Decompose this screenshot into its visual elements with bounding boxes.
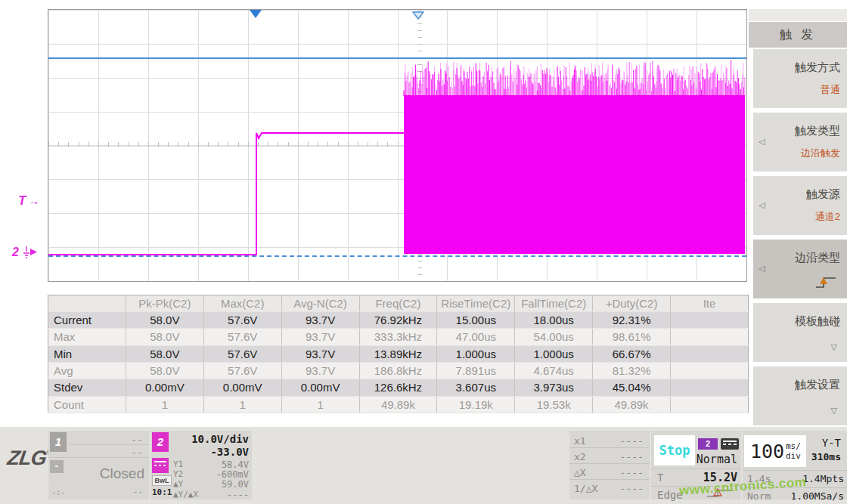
measurement-panel: Pk-Pk(C2)Max(C2)Avg-N(C2)Freq(C2)RiseTim…: [48, 295, 749, 413]
row-label: Count: [48, 396, 126, 413]
channel2-block[interactable]: 2 10.0V/div -33.0V Y158.4VY2-600mV▲Y59.0…: [150, 431, 252, 499]
trigger-level-marker[interactable]: T→: [18, 193, 39, 209]
cell: 49.89k: [359, 396, 437, 413]
cell: 57.6V: [203, 345, 281, 362]
menu-item-1[interactable]: 触发方式普通: [753, 49, 847, 108]
cell: 92.31%: [593, 312, 671, 329]
cursor-value: ----: [620, 435, 644, 447]
cell: [671, 396, 749, 413]
channel1-state: Closed: [100, 465, 144, 482]
channel2-badge: 2: [152, 432, 169, 452]
cell: 57.6V: [203, 312, 281, 329]
table-row: Stdev0.00mV0.00mV0.00mV126.6kHz3.607us3.…: [48, 379, 749, 396]
menu-item-label: 触发类型: [795, 124, 840, 138]
menu-item-2[interactable]: ◁触发类型边沿触发: [753, 113, 847, 172]
trigger-level-label: T: [18, 193, 26, 208]
cell: [671, 345, 749, 362]
readout-label: ▲Y/▲X: [173, 490, 198, 499]
cell: 186.8kHz: [359, 362, 437, 379]
channel1-badge: 1: [50, 432, 67, 452]
cursor-y2-line[interactable]: [48, 255, 746, 257]
menu-item-3[interactable]: ◁触发源通道2: [753, 176, 847, 235]
readout-value: -600mV: [216, 469, 249, 480]
cell: 81.32%: [593, 362, 671, 379]
cell: 58.0V: [126, 345, 203, 362]
cell: 19.53k: [515, 396, 593, 413]
cell: 1: [126, 396, 203, 413]
cell: 0.00mV: [281, 379, 359, 396]
cell: 333.3kHz: [359, 329, 437, 345]
cell: 3.973us: [515, 379, 593, 396]
oscilloscope-screen: T→ 2 Pk-Pk(C2)Max(C2)Avg-N(C2)Freq(C2)Ri…: [0, 0, 847, 504]
menu-item-label: 触发源: [806, 187, 840, 202]
channel1-block[interactable]: 1 -- -- - Closed -:- --: [48, 431, 149, 499]
trigger-menu-items: 触发方式普通◁触发类型边沿触发◁触发源通道2◁边沿类型模板触碰▽触发设置▽: [753, 49, 847, 430]
menu-item-label: 边沿类型: [795, 251, 840, 265]
cursor-value: ----: [620, 467, 644, 478]
timebase-scale-box[interactable]: 100 ms/ div: [744, 435, 806, 467]
cell: 93.7V: [281, 362, 359, 379]
delay-reference-marker-icon[interactable]: [412, 10, 424, 23]
cursor-label: x1: [574, 435, 586, 447]
readout-label: ▲Y: [173, 479, 183, 489]
cell: 19.19k: [437, 396, 515, 413]
channel2-offset: -33.0V: [210, 446, 249, 458]
timebase-unit-top: ms/: [786, 441, 801, 451]
trigger-position-marker-icon[interactable]: [250, 10, 262, 18]
readout-value: ----: [227, 490, 249, 500]
zlg-logo: ZLG®: [6, 447, 53, 470]
cell: [671, 312, 749, 329]
channel1-value-bottom: --: [133, 487, 143, 496]
table-row: Count11149.89k19.19k19.53k49.89k: [48, 396, 749, 413]
cell: 58.0V: [126, 329, 203, 345]
cell: [671, 379, 749, 396]
cell: 18.00us: [515, 312, 593, 329]
cell: 58.0V: [126, 362, 203, 379]
cursor-block[interactable]: x1----x2----△X----1/△X----: [569, 431, 650, 499]
cursor-y1-line[interactable]: [48, 57, 746, 59]
cell: 49.89k: [593, 396, 671, 413]
chevron-down-icon: ▽: [831, 342, 837, 352]
col-header-6: FallTime(C2): [515, 295, 593, 312]
cell: 93.7V: [281, 312, 359, 329]
table-row: Avg58.0V57.6V93.7V186.8kHz7.891us4.674us…: [48, 362, 749, 379]
cell: 13.89kHz: [359, 345, 437, 362]
readout-label: Y1: [173, 459, 183, 469]
col-header-8: Ite: [671, 295, 749, 312]
trigger-level-row-label: T: [657, 472, 663, 484]
cell: [671, 329, 749, 345]
menu-item-5[interactable]: 模板触碰▽: [753, 303, 847, 362]
menu-item-value: 通道2: [815, 210, 840, 224]
cell: 57.6V: [203, 329, 281, 345]
table-row: Current58.0V57.6V93.7V76.92kHz15.00us18.…: [48, 312, 749, 329]
row-label: Avg: [48, 362, 126, 379]
cell: [671, 362, 749, 379]
channel2-position-marker[interactable]: 2: [12, 246, 39, 259]
menu-item-6[interactable]: 触发设置▽: [753, 366, 847, 425]
cell: 58.0V: [126, 312, 203, 329]
channel1-value-top: --: [131, 434, 143, 445]
col-header-5: RiseTime(C2): [437, 295, 515, 312]
horizontal-axis-ticks: [48, 142, 746, 147]
menu-item-4[interactable]: ◁边沿类型: [753, 240, 847, 298]
timebase-unit-bottom: div: [786, 451, 801, 461]
cell: 66.67%: [593, 345, 671, 362]
table-row: Max58.0V57.6V93.7V333.3kHz47.00us54.00us…: [48, 329, 749, 345]
cursor-label: x2: [574, 451, 586, 462]
run-state-button[interactable]: Stop: [654, 435, 695, 465]
cell: 126.6kHz: [359, 379, 437, 396]
right-arrow-icon: →: [28, 194, 39, 207]
waveform-plot[interactable]: [48, 9, 747, 282]
sample-rate: 1.00MSa/s: [791, 490, 844, 502]
cell: 93.7V: [281, 329, 359, 345]
cursor-value: ----: [620, 483, 644, 494]
menu-item-value: 边沿触发: [801, 147, 840, 160]
cell: 1: [281, 396, 359, 413]
dc-coupling-icon: [721, 438, 739, 450]
row-label: Stdev: [48, 379, 126, 396]
col-header-0: [48, 295, 126, 312]
menu-top-strip: [749, 9, 847, 21]
cell: 45.04%: [593, 379, 671, 396]
channel1-sub-badge: -: [50, 460, 64, 473]
cell: 98.61%: [593, 329, 671, 345]
